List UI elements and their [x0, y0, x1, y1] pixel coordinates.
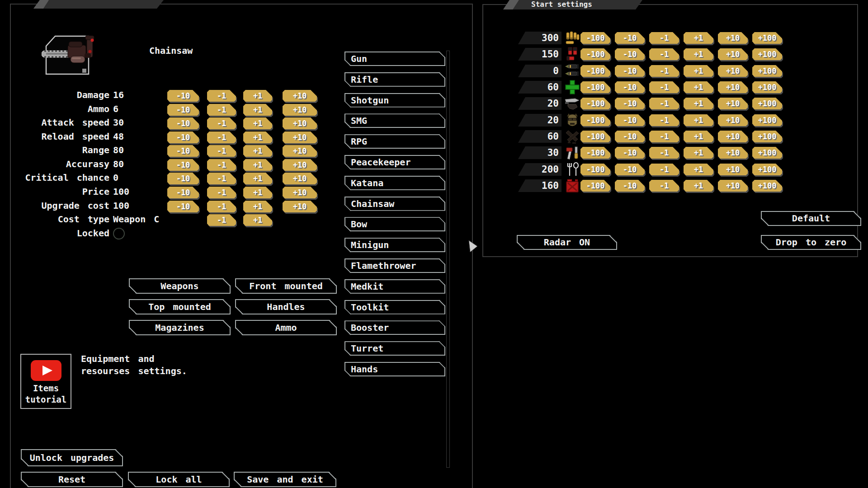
weapon-list-item-toolkit[interactable]: Toolkit — [344, 300, 445, 314]
resource-minus-10-button[interactable]: -10 — [615, 65, 645, 77]
category-magazines-button[interactable]: Magazines — [129, 320, 231, 335]
weapon-list-item-hands[interactable]: Hands — [344, 362, 445, 376]
stat-minus-1-button[interactable]: -1 — [207, 214, 236, 226]
resource-minus-100-button[interactable]: -100 — [580, 48, 610, 60]
resource-plus-100-button[interactable]: +100 — [752, 32, 782, 44]
resource-plus-100-button[interactable]: +100 — [752, 131, 782, 142]
stat-plus-10-button[interactable]: +10 — [283, 201, 317, 212]
category-front-mounted-button[interactable]: Front mounted — [235, 278, 337, 294]
weapon-list-item-minigun[interactable]: Minigun — [344, 238, 445, 252]
resource-plus-100-button[interactable]: +100 — [752, 180, 782, 192]
resource-plus-10-button[interactable]: +10 — [718, 81, 748, 93]
gold-button-wrap: +100 — [752, 98, 782, 109]
resource-minus-1-button[interactable]: -1 — [649, 114, 679, 126]
items-tutorial-button[interactable]: Items tutorial — [20, 354, 71, 409]
resource-minus-1-button[interactable]: -1 — [649, 32, 679, 44]
resource-minus-10-button[interactable]: -10 — [615, 48, 645, 60]
resource-minus-100-button[interactable]: -100 — [580, 32, 610, 44]
resource-plus-10-button[interactable]: +10 — [718, 131, 748, 142]
resource-value: 60 — [518, 130, 559, 143]
resource-plus-1-button[interactable]: +1 — [684, 147, 713, 159]
resource-plus-10-button[interactable]: +10 — [718, 65, 748, 77]
resource-minus-100-button[interactable]: -100 — [580, 65, 610, 77]
resource-plus-1-button[interactable]: +1 — [684, 48, 713, 60]
resource-plus-100-button[interactable]: +100 — [752, 114, 782, 126]
resource-minus-100-button[interactable]: -100 — [580, 180, 610, 192]
resource-minus-1-button[interactable]: -1 — [649, 48, 679, 60]
weapon-list-item-turret[interactable]: Turret — [344, 341, 445, 356]
resource-plus-1-button[interactable]: +1 — [684, 180, 713, 192]
resource-plus-100-button[interactable]: +100 — [752, 98, 782, 109]
resource-plus-100-button[interactable]: +100 — [752, 81, 782, 93]
resource-minus-10-button[interactable]: -10 — [615, 114, 645, 126]
resource-minus-10-button[interactable]: -10 — [615, 98, 645, 109]
resource-plus-10-button[interactable]: +10 — [718, 164, 748, 175]
resource-plus-1-button[interactable]: +1 — [684, 65, 713, 77]
resource-minus-10-button[interactable]: -10 — [615, 32, 645, 44]
unlock-upgrades-button[interactable]: Unlock upgrades — [21, 449, 123, 466]
weapon-list-scrollbar[interactable] — [446, 51, 450, 468]
stat-plus-1-button[interactable]: +1 — [243, 214, 272, 226]
resource-minus-1-button[interactable]: -1 — [649, 131, 679, 142]
resource-minus-10-button[interactable]: -10 — [615, 164, 645, 175]
resource-value: 150 — [518, 48, 559, 61]
resource-minus-1-button[interactable]: -1 — [649, 147, 679, 159]
gold-button-wrap: -10 — [615, 65, 645, 77]
category-weapons-button[interactable]: Weapons — [129, 278, 231, 294]
resource-plus-1-button[interactable]: +1 — [684, 114, 713, 126]
resource-plus-1-button[interactable]: +1 — [684, 131, 713, 142]
weapon-list-item-medkit[interactable]: Medkit — [344, 279, 445, 294]
category-ammo-button[interactable]: Ammo — [235, 320, 337, 335]
resource-minus-1-button[interactable]: -1 — [649, 65, 679, 77]
gold-button-wrap: -1 — [649, 48, 679, 60]
resource-plus-100-button[interactable]: +100 — [752, 48, 782, 60]
weapon-list-item-chainsaw[interactable]: Chainsaw — [344, 197, 445, 211]
category-top-mounted-button[interactable]: Top mounted — [129, 299, 231, 314]
resource-minus-100-button[interactable]: -100 — [580, 98, 610, 109]
resource-minus-100-button[interactable]: -100 — [580, 81, 610, 93]
resource-plus-1-button[interactable]: +1 — [684, 32, 713, 44]
resource-plus-1-button[interactable]: +1 — [684, 81, 713, 93]
resource-plus-10-button[interactable]: +10 — [718, 32, 748, 44]
stat-minus-1-button[interactable]: -1 — [207, 201, 236, 212]
resource-plus-10-button[interactable]: +10 — [718, 147, 748, 159]
gold-button-wrap: -10 — [167, 200, 199, 211]
lock-all-button[interactable]: Lock all — [128, 472, 230, 487]
weapon-list-item-booster[interactable]: Booster — [344, 320, 445, 335]
resource-plus-1-button[interactable]: +1 — [684, 164, 713, 175]
resource-minus-1-button[interactable]: -1 — [649, 98, 679, 109]
resource-plus-100-button[interactable]: +100 — [752, 65, 782, 77]
resource-minus-10-button[interactable]: -10 — [615, 131, 645, 142]
default-button[interactable]: Default — [761, 211, 861, 226]
resource-plus-10-button[interactable]: +10 — [718, 180, 748, 192]
locked-checkbox[interactable] — [113, 228, 125, 239]
resource-minus-1-button[interactable]: -1 — [649, 180, 679, 192]
category-handles-button[interactable]: Handles — [235, 299, 337, 314]
resource-minus-100-button[interactable]: -100 — [580, 131, 610, 142]
stat-plus-1-button[interactable]: +1 — [243, 201, 272, 212]
resource-plus-1-button[interactable]: +1 — [684, 98, 713, 109]
weapon-list-item-flamethrower[interactable]: Flamethrower — [344, 258, 445, 273]
resource-minus-10-button[interactable]: -10 — [615, 180, 645, 192]
resource-plus-10-button[interactable]: +10 — [718, 98, 748, 109]
save-and-exit-button[interactable]: Save and exit — [234, 472, 336, 487]
resource-minus-100-button[interactable]: -100 — [580, 147, 610, 159]
radar-toggle-button[interactable]: Radar ON — [517, 235, 617, 250]
weapon-list-item-bow[interactable]: Bow — [344, 217, 445, 231]
stat-minus-10-button[interactable]: -10 — [167, 201, 199, 212]
drop-to-zero-button[interactable]: Drop to zero — [761, 235, 861, 250]
reset-button[interactable]: Reset — [21, 472, 123, 487]
gold-button-wrap: +10 — [718, 65, 748, 77]
resource-plus-100-button[interactable]: +100 — [752, 147, 782, 159]
resource-minus-10-button[interactable]: -10 — [615, 147, 645, 159]
resource-minus-10-button[interactable]: -10 — [615, 81, 645, 93]
resource-minus-100-button[interactable]: -100 — [580, 164, 610, 175]
resource-plus-10-button[interactable]: +10 — [718, 48, 748, 60]
resource-plus-100-button[interactable]: +100 — [752, 164, 782, 175]
resource-minus-1-button[interactable]: -1 — [649, 81, 679, 93]
resource-minus-100-button[interactable]: -100 — [580, 114, 610, 126]
resource-plus-10-button[interactable]: +10 — [718, 114, 748, 126]
weapon-settings-tab[interactable] — [33, 0, 164, 9]
start-settings-tab[interactable]: Start settings — [503, 0, 642, 9]
resource-minus-1-button[interactable]: -1 — [649, 164, 679, 175]
